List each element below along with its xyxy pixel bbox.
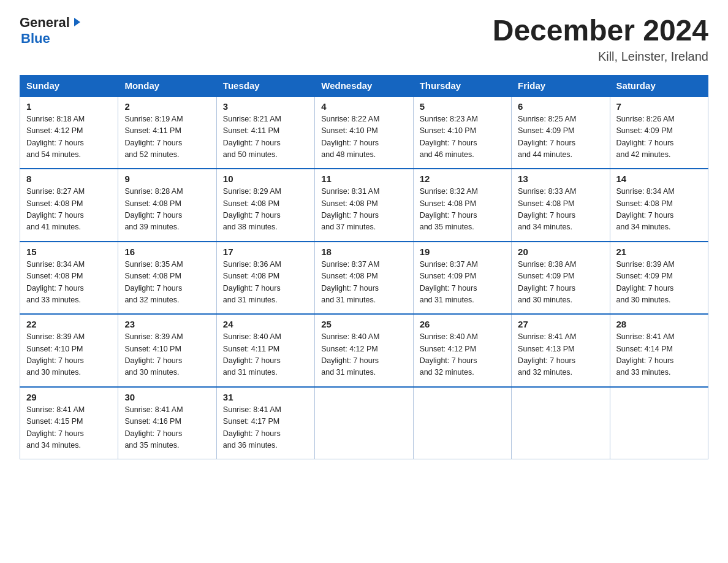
day-info: Sunrise: 8:28 AM Sunset: 4:08 PM Dayligh… — [124, 186, 210, 234]
calendar-cell: 12 Sunrise: 8:32 AM Sunset: 4:08 PM Dayl… — [413, 169, 511, 242]
day-info: Sunrise: 8:35 AM Sunset: 4:08 PM Dayligh… — [124, 259, 210, 307]
day-info: Sunrise: 8:34 AM Sunset: 4:08 PM Dayligh… — [616, 186, 702, 234]
column-header-wednesday: Wednesday — [315, 75, 413, 96]
calendar-header-row: SundayMondayTuesdayWednesdayThursdayFrid… — [20, 75, 708, 96]
day-number: 8 — [26, 174, 112, 184]
logo-blue-text: Blue — [20, 31, 83, 47]
calendar-cell: 1 Sunrise: 8:18 AM Sunset: 4:12 PM Dayli… — [20, 96, 118, 169]
calendar-cell: 2 Sunrise: 8:19 AM Sunset: 4:11 PM Dayli… — [118, 96, 216, 169]
day-number: 17 — [223, 247, 308, 257]
calendar-cell: 26 Sunrise: 8:40 AM Sunset: 4:12 PM Dayl… — [413, 314, 511, 387]
calendar-week-row: 8 Sunrise: 8:27 AM Sunset: 4:08 PM Dayli… — [20, 169, 708, 242]
day-number: 26 — [420, 319, 505, 329]
day-number: 3 — [223, 101, 308, 112]
calendar-cell: 8 Sunrise: 8:27 AM Sunset: 4:08 PM Dayli… — [20, 169, 118, 242]
day-info: Sunrise: 8:40 AM Sunset: 4:12 PM Dayligh… — [321, 331, 406, 379]
day-number: 9 — [124, 174, 210, 184]
day-number: 15 — [26, 247, 112, 257]
calendar-cell — [315, 387, 413, 459]
day-number: 18 — [321, 247, 406, 257]
logo: General Blue — [20, 15, 83, 47]
calendar-cell: 11 Sunrise: 8:31 AM Sunset: 4:08 PM Dayl… — [315, 169, 413, 242]
calendar-cell: 15 Sunrise: 8:34 AM Sunset: 4:08 PM Dayl… — [20, 242, 118, 315]
calendar-cell: 29 Sunrise: 8:41 AM Sunset: 4:15 PM Dayl… — [20, 387, 118, 459]
day-number: 12 — [420, 174, 505, 184]
calendar-cell: 31 Sunrise: 8:41 AM Sunset: 4:17 PM Dayl… — [216, 387, 314, 459]
day-info: Sunrise: 8:18 AM Sunset: 4:12 PM Dayligh… — [26, 113, 112, 161]
day-info: Sunrise: 8:21 AM Sunset: 4:11 PM Dayligh… — [223, 113, 308, 161]
day-info: Sunrise: 8:26 AM Sunset: 4:09 PM Dayligh… — [616, 113, 702, 161]
day-number: 20 — [518, 247, 603, 257]
day-info: Sunrise: 8:40 AM Sunset: 4:12 PM Dayligh… — [420, 331, 505, 379]
day-number: 1 — [26, 101, 112, 112]
calendar-cell: 17 Sunrise: 8:36 AM Sunset: 4:08 PM Dayl… — [216, 242, 314, 315]
svg-marker-0 — [74, 18, 80, 26]
page-location: Kill, Leinster, Ireland — [493, 50, 708, 64]
day-number: 27 — [518, 319, 603, 329]
calendar-week-row: 15 Sunrise: 8:34 AM Sunset: 4:08 PM Dayl… — [20, 242, 708, 315]
day-number: 23 — [124, 319, 210, 329]
day-number: 19 — [420, 247, 505, 257]
calendar-cell: 22 Sunrise: 8:39 AM Sunset: 4:10 PM Dayl… — [20, 314, 118, 387]
calendar-cell — [610, 387, 708, 459]
column-header-sunday: Sunday — [20, 75, 118, 96]
day-number: 28 — [616, 319, 702, 329]
calendar-cell: 19 Sunrise: 8:37 AM Sunset: 4:09 PM Dayl… — [413, 242, 511, 315]
day-number: 7 — [616, 101, 702, 112]
day-number: 6 — [518, 101, 603, 112]
day-number: 4 — [321, 101, 406, 112]
day-info: Sunrise: 8:39 AM Sunset: 4:10 PM Dayligh… — [26, 331, 112, 379]
calendar-cell: 23 Sunrise: 8:39 AM Sunset: 4:10 PM Dayl… — [118, 314, 216, 387]
day-info: Sunrise: 8:41 AM Sunset: 4:13 PM Dayligh… — [518, 331, 603, 379]
title-block: December 2024 Kill, Leinster, Ireland — [493, 15, 708, 64]
column-header-monday: Monday — [118, 75, 216, 96]
calendar-cell: 9 Sunrise: 8:28 AM Sunset: 4:08 PM Dayli… — [118, 169, 216, 242]
day-info: Sunrise: 8:29 AM Sunset: 4:08 PM Dayligh… — [223, 186, 308, 234]
calendar-cell: 21 Sunrise: 8:39 AM Sunset: 4:09 PM Dayl… — [610, 242, 708, 315]
page-header: General Blue December 2024 Kill, Leinste… — [20, 15, 708, 64]
day-info: Sunrise: 8:22 AM Sunset: 4:10 PM Dayligh… — [321, 113, 406, 161]
day-info: Sunrise: 8:37 AM Sunset: 4:09 PM Dayligh… — [420, 259, 505, 307]
day-number: 29 — [26, 392, 112, 402]
day-number: 22 — [26, 319, 112, 329]
calendar-cell: 7 Sunrise: 8:26 AM Sunset: 4:09 PM Dayli… — [610, 96, 708, 169]
column-header-saturday: Saturday — [610, 75, 708, 96]
day-number: 16 — [124, 247, 210, 257]
calendar-cell: 3 Sunrise: 8:21 AM Sunset: 4:11 PM Dayli… — [216, 96, 314, 169]
calendar-cell — [512, 387, 610, 459]
calendar-cell: 30 Sunrise: 8:41 AM Sunset: 4:16 PM Dayl… — [118, 387, 216, 459]
calendar-cell: 25 Sunrise: 8:40 AM Sunset: 4:12 PM Dayl… — [315, 314, 413, 387]
day-info: Sunrise: 8:39 AM Sunset: 4:10 PM Dayligh… — [124, 331, 210, 379]
logo-general-text: General — [20, 15, 70, 31]
column-header-tuesday: Tuesday — [216, 75, 314, 96]
day-number: 2 — [124, 101, 210, 112]
calendar-cell: 6 Sunrise: 8:25 AM Sunset: 4:09 PM Dayli… — [512, 96, 610, 169]
calendar-cell: 4 Sunrise: 8:22 AM Sunset: 4:10 PM Dayli… — [315, 96, 413, 169]
day-number: 25 — [321, 319, 406, 329]
logo-arrow-icon — [72, 17, 83, 30]
calendar-week-row: 1 Sunrise: 8:18 AM Sunset: 4:12 PM Dayli… — [20, 96, 708, 169]
page-title: December 2024 — [493, 15, 708, 47]
day-info: Sunrise: 8:34 AM Sunset: 4:08 PM Dayligh… — [26, 259, 112, 307]
calendar-cell: 13 Sunrise: 8:33 AM Sunset: 4:08 PM Dayl… — [512, 169, 610, 242]
day-number: 11 — [321, 174, 406, 184]
calendar-cell — [413, 387, 511, 459]
day-info: Sunrise: 8:41 AM Sunset: 4:17 PM Dayligh… — [223, 404, 308, 452]
day-info: Sunrise: 8:36 AM Sunset: 4:08 PM Dayligh… — [223, 259, 308, 307]
day-info: Sunrise: 8:37 AM Sunset: 4:08 PM Dayligh… — [321, 259, 406, 307]
day-number: 21 — [616, 247, 702, 257]
day-number: 10 — [223, 174, 308, 184]
day-info: Sunrise: 8:25 AM Sunset: 4:09 PM Dayligh… — [518, 113, 603, 161]
day-number: 31 — [223, 392, 308, 402]
day-info: Sunrise: 8:33 AM Sunset: 4:08 PM Dayligh… — [518, 186, 603, 234]
day-info: Sunrise: 8:19 AM Sunset: 4:11 PM Dayligh… — [124, 113, 210, 161]
calendar-cell: 18 Sunrise: 8:37 AM Sunset: 4:08 PM Dayl… — [315, 242, 413, 315]
day-info: Sunrise: 8:31 AM Sunset: 4:08 PM Dayligh… — [321, 186, 406, 234]
calendar-cell: 14 Sunrise: 8:34 AM Sunset: 4:08 PM Dayl… — [610, 169, 708, 242]
calendar-cell: 28 Sunrise: 8:41 AM Sunset: 4:14 PM Dayl… — [610, 314, 708, 387]
day-info: Sunrise: 8:41 AM Sunset: 4:15 PM Dayligh… — [26, 404, 112, 452]
calendar-week-row: 22 Sunrise: 8:39 AM Sunset: 4:10 PM Dayl… — [20, 314, 708, 387]
column-header-thursday: Thursday — [413, 75, 511, 96]
calendar-week-row: 29 Sunrise: 8:41 AM Sunset: 4:15 PM Dayl… — [20, 387, 708, 459]
day-info: Sunrise: 8:41 AM Sunset: 4:16 PM Dayligh… — [124, 404, 210, 452]
